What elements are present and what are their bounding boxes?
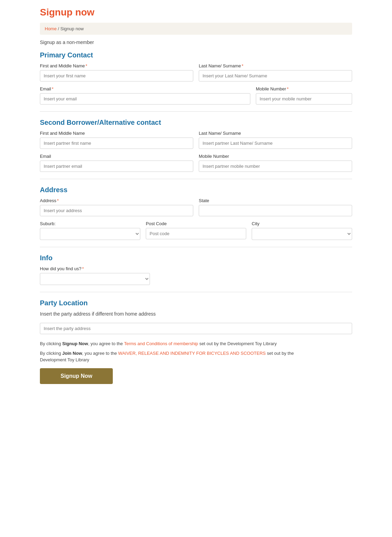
suburb-row: Suburb: Post Code City — [40, 221, 352, 240]
state-field-group: State Canterbury — [199, 198, 352, 216]
signup-now-button[interactable]: Signup Now — [40, 368, 113, 384]
divider-4 — [40, 292, 352, 292]
partner-first-name-group: First and Middle Name — [40, 131, 193, 149]
breadcrumb-home[interactable]: Home — [45, 26, 57, 31]
how-find-group: How did you find us?* — [40, 266, 150, 285]
first-middle-name-input[interactable] — [40, 70, 193, 81]
partner-last-name-group: Last Name/ Surname — [199, 131, 352, 149]
second-borrower-section: Second Borrower/Alternative contact Firs… — [40, 119, 352, 172]
city-label: City — [252, 221, 352, 226]
breadcrumb-separator: / — [58, 26, 60, 31]
address-section: Address Address* State Canterbury Suburb… — [40, 186, 352, 240]
city-select[interactable] — [252, 228, 352, 240]
second-borrower-title: Second Borrower/Alternative contact — [40, 119, 352, 127]
required-star-6: * — [82, 266, 84, 271]
address-field-label: Address* — [40, 198, 193, 203]
party-location-description: Insert the party address if different fr… — [40, 311, 352, 317]
party-address-input[interactable] — [40, 323, 352, 334]
partner-email-group: Email — [40, 154, 193, 172]
divider-3 — [40, 247, 352, 247]
required-star: * — [86, 63, 87, 68]
primary-contact-row: Email* Mobile Number* — [40, 86, 352, 105]
waiver-link[interactable]: WAIVER, RELEASE AND INDEMNITY FOR BICYCL… — [118, 351, 266, 356]
state-input[interactable]: Canterbury — [199, 205, 352, 216]
partner-mobile-input[interactable] — [199, 161, 352, 172]
how-find-select[interactable] — [40, 273, 150, 285]
email-label: Email* — [40, 86, 250, 91]
partner-mobile-group: Mobile Number — [199, 154, 352, 172]
partner-email-label: Email — [40, 154, 193, 159]
email-input[interactable] — [40, 93, 250, 105]
mobile-label: Mobile Number* — [256, 86, 352, 91]
required-star-3: * — [52, 86, 54, 91]
city-field-group: City — [252, 221, 352, 240]
legal-signup-text: By clicking Signup Now, you agree to the… — [40, 340, 352, 347]
required-star-4: * — [287, 86, 288, 91]
suburb-field-group: Suburb: — [40, 221, 140, 240]
breadcrumb-current: Signup now — [61, 26, 84, 31]
partner-last-name-input[interactable] — [199, 138, 352, 149]
terms-link[interactable]: Terms and Conditions of membership — [124, 341, 198, 346]
last-name-group: Last Name/ Surname* — [199, 63, 352, 81]
partner-name-row: First and Middle Name Last Name/ Surname — [40, 131, 352, 149]
primary-contact-title: Primary Contact — [40, 51, 352, 59]
postcode-field-group: Post Code — [146, 221, 246, 240]
state-label: State — [199, 198, 352, 203]
required-star-5: * — [57, 198, 59, 203]
primary-contact-section: Primary Contact First and Middle Name* L… — [40, 51, 352, 105]
divider-1 — [40, 111, 352, 112]
page-title: Signup now — [40, 7, 352, 18]
info-title: Info — [40, 254, 352, 262]
suburb-label: Suburb: — [40, 221, 140, 226]
address-field-group: Address* — [40, 198, 193, 216]
last-name-label: Last Name/ Surname* — [199, 63, 352, 68]
divider-2 — [40, 179, 352, 179]
how-find-label: How did you find us?* — [40, 266, 150, 271]
partner-contact-row: Email Mobile Number — [40, 154, 352, 172]
primary-name-row: First and Middle Name* Last Name/ Surnam… — [40, 63, 352, 81]
first-middle-name-label: First and Middle Name* — [40, 63, 193, 68]
last-name-input[interactable] — [199, 70, 352, 81]
breadcrumb: Home / Signup now — [40, 23, 352, 35]
signup-subtitle: Signup as a non-member — [40, 40, 352, 45]
address-title: Address — [40, 186, 352, 194]
first-middle-name-group: First and Middle Name* — [40, 63, 193, 81]
partner-email-input[interactable] — [40, 161, 193, 172]
suburb-select[interactable] — [40, 228, 140, 240]
address-main-row: Address* State Canterbury — [40, 198, 352, 216]
postcode-input[interactable] — [146, 228, 246, 239]
postcode-label: Post Code — [146, 221, 246, 226]
party-location-title: Party Location — [40, 299, 352, 307]
partner-first-name-input[interactable] — [40, 138, 193, 149]
mobile-input[interactable] — [256, 93, 352, 105]
address-input[interactable] — [40, 205, 193, 216]
legal-join-text: By clicking Join Now, you agree to the W… — [40, 350, 352, 363]
partner-first-name-label: First and Middle Name — [40, 131, 193, 136]
party-location-section: Party Location Insert the party address … — [40, 299, 352, 340]
email-group: Email* — [40, 86, 250, 105]
required-star-2: * — [242, 63, 243, 68]
mobile-group: Mobile Number* — [256, 86, 352, 105]
info-section: Info How did you find us?* — [40, 254, 352, 285]
partner-mobile-label: Mobile Number — [199, 154, 352, 159]
partner-last-name-label: Last Name/ Surname — [199, 131, 352, 136]
